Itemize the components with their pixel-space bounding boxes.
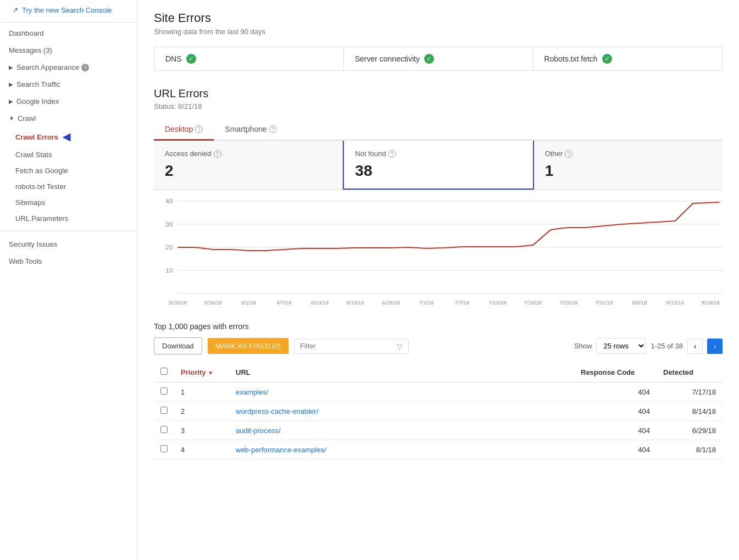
svg-text:5/26/18: 5/26/18 [204,300,222,306]
error-card-other[interactable]: Other ? 1 [534,141,723,190]
download-button[interactable]: Download [154,337,202,354]
errors-table: Priority ▼ URL Response Code Detected 1 … [154,362,723,459]
sidebar-item-security-issues[interactable]: Security Issues [0,236,137,253]
row-checkbox[interactable] [160,387,168,395]
not-found-help-icon[interactable]: ? [388,150,396,158]
svg-text:6/7/18: 6/7/18 [277,300,292,306]
row-url: wordpress-cache-enabler/ [229,402,574,421]
sidebar-item-crawl[interactable]: Crawl [0,110,137,127]
prev-page-button[interactable]: ‹ [687,339,703,354]
svg-text:7/13/18: 7/13/18 [488,300,506,306]
svg-text:7/31/18: 7/31/18 [595,300,613,306]
svg-text:8/12/18: 8/12/18 [666,300,684,306]
table-controls: Download MARK AS FIXED (0) ▽ Show 25 row… [154,337,723,354]
filter-input[interactable] [300,342,392,350]
table-row: 1 examples/ 404 7/17/18 [154,382,723,402]
other-count: 1 [545,162,712,180]
svg-text:7/1/18: 7/1/18 [419,300,434,306]
response-code-header: Response Code [574,362,657,382]
svg-text:7/19/18: 7/19/18 [524,300,542,306]
row-response-code: 404 [574,440,657,459]
url-link[interactable]: wordpress-cache-enabler/ [236,407,318,415]
row-checkbox[interactable] [160,445,168,452]
row-url: audit-process/ [229,421,574,440]
select-all-checkbox[interactable] [160,368,168,375]
row-priority: 2 [174,402,229,421]
url-link[interactable]: audit-process/ [236,426,281,435]
sort-arrow-icon: ▼ [208,370,213,376]
chart-area: 40 30 20 10 5/20/18 5/26/18 6/1/18 6/7/1… [154,190,723,306]
url-link[interactable]: examples/ [236,388,268,396]
svg-text:5/20/18: 5/20/18 [169,300,186,306]
sidebar-sub-sitemaps[interactable]: Sitemaps [0,195,137,210]
external-link-icon: ↗ [12,5,19,14]
svg-text:40: 40 [165,198,173,204]
row-url: examples/ [229,382,574,402]
filter-input-wrap: ▽ [294,339,409,354]
svg-text:7/25/18: 7/25/18 [560,300,577,306]
sidebar-item-messages[interactable]: Messages (3) [0,42,137,59]
select-all-header [154,362,174,382]
device-tabs-row: Desktop ? Smartphone ? [154,119,723,141]
sidebar-item-search-appearance[interactable]: Search Appearance i [0,59,137,76]
row-response-code: 404 [574,382,657,402]
mark-fixed-button[interactable]: MARK AS FIXED (0) [208,338,288,354]
sidebar-sub-fetch-as-google[interactable]: Fetch as Google [0,163,137,179]
sidebar-item-web-tools[interactable]: Web Tools [0,253,137,270]
url-header: URL [229,362,574,382]
table-row: 2 wordpress-cache-enabler/ 404 8/14/18 [154,402,723,421]
try-new-console-label: Try the new Search Console [22,6,112,14]
priority-sort-button[interactable]: Priority ▼ [181,368,213,376]
svg-text:10: 10 [165,267,173,274]
server-check-icon: ✓ [424,54,434,64]
page-info: 1-25 of 38 [651,342,683,350]
row-checkbox[interactable] [160,426,168,433]
svg-text:8/18/18: 8/18/18 [702,300,719,306]
access-denied-help-icon[interactable]: ? [214,150,221,158]
row-detected: 7/17/18 [657,382,723,402]
sidebar-item-google-index[interactable]: Google Index [0,93,137,110]
priority-header: Priority ▼ [174,362,229,382]
sidebar: ↗ Try the new Search Console Dashboard M… [0,0,137,560]
tab-desktop[interactable]: Desktop ? [154,119,214,141]
sidebar-item-search-traffic[interactable]: Search Traffic [0,76,137,93]
table-right-controls: Show 25 rows 50 rows 100 rows 1-25 of 38… [574,338,723,354]
not-found-count: 38 [355,162,521,180]
try-new-console-link[interactable]: ↗ Try the new Search Console [0,0,137,20]
url-link[interactable]: web-performance-examples/ [236,446,326,454]
svg-text:6/1/18: 6/1/18 [241,300,256,306]
sidebar-sub-url-parameters[interactable]: URL Parameters [0,210,137,226]
table-row: 4 web-performance-examples/ 404 8/1/18 [154,440,723,459]
page-title: Site Errors [154,11,723,25]
svg-text:6/25/18: 6/25/18 [382,300,399,306]
table-section-title: Top 1,000 pages with errors [154,322,723,331]
svg-text:8/6/18: 8/6/18 [632,300,647,306]
error-trend-chart: 40 30 20 10 5/20/18 5/26/18 6/1/18 6/7/1… [154,196,723,306]
svg-text:6/19/18: 6/19/18 [346,300,364,306]
access-denied-count: 2 [165,162,331,180]
row-detected: 8/14/18 [657,402,723,421]
robots-check-icon: ✓ [602,54,612,64]
error-card-not-found[interactable]: Not found ? 38 [343,141,534,190]
row-detected: 8/1/18 [657,440,723,459]
sidebar-sub-robots-tester[interactable]: robots.txt Tester [0,179,137,195]
show-label: Show [574,342,592,350]
table-row: 3 audit-process/ 404 6/29/18 [154,421,723,440]
detected-header: Detected [657,362,723,382]
site-errors-row: DNS ✓ Server connectivity ✓ Robots.txt f… [154,47,723,71]
svg-text:7/7/18: 7/7/18 [454,300,469,306]
tab-smartphone[interactable]: Smartphone ? [214,119,287,141]
desktop-tab-help-icon[interactable]: ? [195,125,203,133]
row-response-code: 404 [574,421,657,440]
smartphone-tab-help-icon[interactable]: ? [269,125,277,133]
row-checkbox[interactable] [160,407,168,414]
next-page-button[interactable]: › [707,339,723,354]
error-card-access-denied[interactable]: Access denied ? 2 [154,141,343,190]
sidebar-sub-crawl-stats[interactable]: Crawl Stats [0,147,137,163]
rows-per-page-select[interactable]: 25 rows 50 rows 100 rows [596,338,646,354]
sidebar-sub-crawl-errors[interactable]: Crawl Errors ◀ [0,127,137,147]
sidebar-item-dashboard[interactable]: Dashboard [0,25,137,42]
filter-funnel-icon: ▽ [397,342,403,351]
other-help-icon[interactable]: ? [565,150,573,158]
svg-text:20: 20 [165,244,173,251]
